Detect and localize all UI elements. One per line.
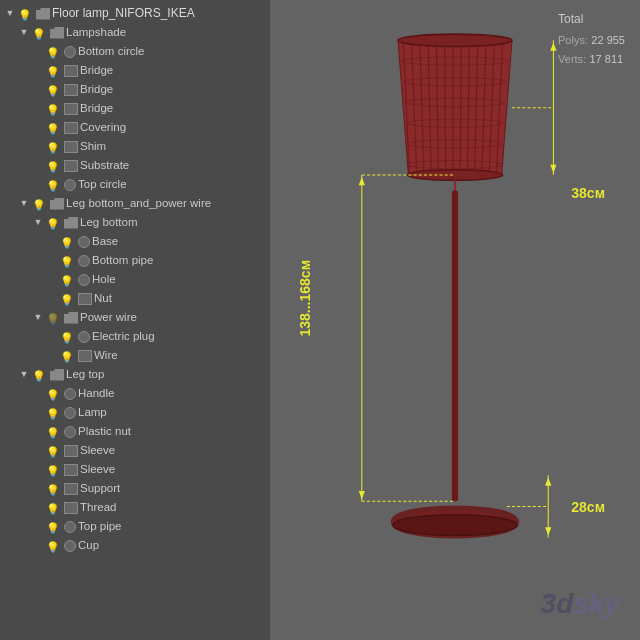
tree-item[interactable]: Wire — [0, 346, 270, 365]
tree-item[interactable]: Top circle — [0, 175, 270, 194]
type-icon — [78, 274, 90, 286]
tree-item[interactable]: Cup — [0, 536, 270, 555]
tree-item[interactable]: Bridge — [0, 61, 270, 80]
tree-item[interactable]: Covering — [0, 118, 270, 137]
type-icon — [36, 8, 50, 20]
type-icon — [50, 369, 64, 381]
svg-marker-39 — [545, 527, 551, 535]
measurement-38: 38см — [571, 185, 605, 201]
type-icon — [78, 255, 90, 267]
type-icon — [64, 141, 78, 153]
tree-panel[interactable]: Floor lamp_NIFORS_IKEALampshadeBottom ci… — [0, 0, 270, 640]
type-icon — [64, 445, 78, 457]
bulb-icon — [32, 197, 46, 211]
tree-item[interactable]: Electric plug — [0, 327, 270, 346]
tree-arrow — [4, 5, 16, 22]
bulb-icon — [46, 444, 60, 458]
tree-item[interactable]: Lampshade — [0, 23, 270, 42]
tree-item[interactable]: Leg bottom — [0, 213, 270, 232]
bulb-icon — [46, 83, 60, 97]
bulb-icon — [46, 463, 60, 477]
tree-arrow — [18, 366, 30, 383]
tree-item-label: Power wire — [80, 309, 137, 326]
tree-item[interactable]: Bridge — [0, 80, 270, 99]
tree-item[interactable]: Bottom circle — [0, 42, 270, 61]
tree-item[interactable]: Thread — [0, 498, 270, 517]
tree-item-label: Leg top — [66, 366, 104, 383]
tree-item[interactable]: Leg bottom_and_power wire — [0, 194, 270, 213]
type-icon — [64, 521, 76, 533]
tree-item-label: Cup — [78, 537, 99, 554]
type-icon — [64, 179, 76, 191]
bulb-icon — [46, 216, 60, 230]
tree-item[interactable]: Sleeve — [0, 441, 270, 460]
tree-item-label: Support — [80, 480, 120, 497]
tree-item[interactable]: Bottom pipe — [0, 251, 270, 270]
type-icon — [64, 426, 76, 438]
bulb-icon — [46, 178, 60, 192]
tree-item[interactable]: Top pipe — [0, 517, 270, 536]
stats-total-label: Total — [558, 10, 625, 29]
tree-item-label: Bridge — [80, 62, 113, 79]
tree-item[interactable]: Nut — [0, 289, 270, 308]
tree-item[interactable]: Substrate — [0, 156, 270, 175]
type-icon — [64, 65, 78, 77]
tree-item[interactable]: Bridge — [0, 99, 270, 118]
tree-item-label: Plastic nut — [78, 423, 131, 440]
type-icon — [50, 27, 64, 39]
tree-item[interactable]: Plastic nut — [0, 422, 270, 441]
tree-item-label: Thread — [80, 499, 116, 516]
bulb-icon — [32, 26, 46, 40]
tree-item[interactable]: Base — [0, 232, 270, 251]
tree-item-label: Floor lamp_NIFORS_IKEA — [52, 5, 195, 22]
bulb-icon — [46, 520, 60, 534]
tree-item-label: Top circle — [78, 176, 127, 193]
bulb-icon — [46, 102, 60, 116]
bulb-icon — [46, 311, 60, 325]
tree-item[interactable]: Shim — [0, 137, 270, 156]
tree-item[interactable]: Sleeve — [0, 460, 270, 479]
tree-item-label: Bridge — [80, 100, 113, 117]
type-icon — [78, 293, 92, 305]
type-icon — [64, 502, 78, 514]
tree-item-label: Covering — [80, 119, 126, 136]
bulb-icon — [60, 292, 74, 306]
tree-item-label: Bridge — [80, 81, 113, 98]
bulb-icon — [46, 406, 60, 420]
tree-item-label: Handle — [78, 385, 114, 402]
tree-item-label: Sleeve — [80, 442, 115, 459]
type-icon — [64, 388, 76, 400]
tree-item[interactable]: Support — [0, 479, 270, 498]
type-icon — [64, 483, 78, 495]
svg-point-44 — [393, 515, 517, 536]
bulb-icon — [46, 425, 60, 439]
tree-item[interactable]: Leg top — [0, 365, 270, 384]
tree-item-label: Leg bottom — [80, 214, 138, 231]
bulb-icon — [18, 7, 32, 21]
tree-item[interactable]: Hole — [0, 270, 270, 289]
bulb-icon — [60, 273, 74, 287]
bulb-icon — [46, 64, 60, 78]
bulb-icon — [46, 45, 60, 59]
bulb-icon — [46, 159, 60, 173]
svg-point-22 — [398, 34, 512, 46]
tree-arrow — [32, 309, 44, 326]
measurement-height: 138...168см — [297, 260, 313, 337]
tree-item[interactable]: Floor lamp_NIFORS_IKEA — [0, 4, 270, 23]
tree-item[interactable]: Handle — [0, 384, 270, 403]
bulb-icon — [46, 387, 60, 401]
bulb-icon — [46, 501, 60, 515]
bulb-icon — [46, 539, 60, 553]
svg-marker-38 — [545, 477, 551, 485]
tree-item-label: Leg bottom_and_power wire — [66, 195, 211, 212]
bulb-icon — [32, 368, 46, 382]
type-icon — [64, 160, 78, 172]
type-icon — [64, 407, 76, 419]
tree-item[interactable]: Lamp — [0, 403, 270, 422]
bulb-icon — [46, 482, 60, 496]
tree-item-label: Base — [92, 233, 118, 250]
svg-marker-34 — [359, 177, 365, 185]
tree-item-label: Bottom circle — [78, 43, 144, 60]
tree-item[interactable]: Power wire — [0, 308, 270, 327]
tree-item-label: Substrate — [80, 157, 129, 174]
